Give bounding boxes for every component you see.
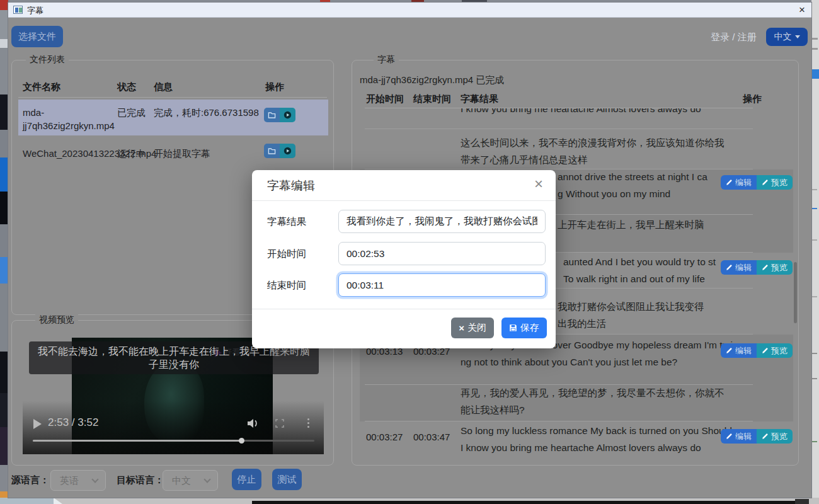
video-progress-knob[interactable] [239, 438, 244, 444]
app-icon [13, 6, 23, 14]
preview-button[interactable]: 预览 [757, 175, 793, 190]
target-language-select[interactable]: 中文 [163, 470, 218, 491]
preview-button[interactable]: 预览 [757, 260, 793, 275]
file-status: 已完成 [117, 106, 146, 119]
pencil-icon [762, 433, 769, 440]
file-status: 运行中 [117, 147, 146, 160]
divider [252, 200, 556, 201]
play-icon[interactable] [33, 419, 42, 429]
row-actions: 编辑 预览 [721, 260, 793, 275]
col-info: 信息 [154, 81, 173, 93]
subtitle-row: 再见，我的爱人再见，我绝望的梦，我尽量不去想你，你就不能让我这样吗? [360, 385, 793, 421]
video-progress-bar[interactable] [33, 440, 314, 442]
video-preview-legend: 视频预览 [35, 314, 78, 326]
divider [18, 97, 327, 98]
chevron-down-icon [203, 476, 210, 483]
save-icon [509, 324, 517, 332]
start-time-label: 开始时间 [267, 248, 306, 261]
file-name: mda-jj7qh36zig2rgkyn.mp4 [23, 106, 116, 132]
file-row[interactable]: mda-jj7qh36zig2rgkyn.mp4 已完成 完成，耗时:676.6… [18, 100, 328, 135]
caret-down-icon [795, 35, 800, 38]
row-actions: 编辑 预览 [721, 343, 793, 358]
subtitle-result-label: 字幕结果 [267, 215, 306, 229]
folder-icon [268, 147, 276, 154]
start-time-field: 开始时间 [252, 242, 556, 265]
edit-button[interactable]: 编辑 [721, 260, 757, 275]
pencil-icon [726, 347, 733, 354]
source-language-label: 源语言： [11, 474, 49, 486]
open-folder-button[interactable] [264, 108, 280, 122]
target-language-value: 中文 [172, 475, 191, 486]
col-result: 字幕结果 [461, 93, 498, 105]
divider [252, 309, 556, 309]
edit-button[interactable]: 编辑 [721, 175, 757, 190]
folder-icon [268, 112, 276, 118]
video-progress-fill [33, 440, 241, 442]
subtitle-result-field: 字幕结果 [252, 210, 556, 233]
video-player[interactable]: 好看视频 我不能去海边，我不能在晚上开车走在街上，我早上醒来时脑子里没有你 2:… [23, 338, 324, 454]
subtitles-legend: 字幕 [374, 54, 399, 66]
x-icon: × [459, 323, 464, 333]
pencil-icon [762, 347, 769, 354]
file-info: 完成，耗时:676.6731598 [154, 106, 260, 119]
col-actions: 操作 [743, 93, 762, 105]
row-actions: 编辑 预览 [721, 175, 793, 190]
subtitle-row: 这么长时间以来，我不幸的浪漫我背对你，我应该知道你给我带来了心痛几乎情侣总是这样 [360, 139, 793, 169]
edit-button[interactable]: 编辑 [721, 343, 757, 358]
language-label: 中文 [774, 32, 792, 42]
file-name: WeChat_20230413223322.mp4 [23, 147, 116, 160]
subtitles-file-status: mda-jj7qh36zig2rgkyn.mp4 已完成 [360, 74, 504, 86]
col-status: 状态 [117, 81, 136, 93]
desktop-icon-strip-left [0, 0, 8, 504]
language-dropdown-button[interactable]: 中文 [766, 28, 808, 46]
modal-close-button[interactable]: ×关闭 [451, 318, 494, 338]
test-button[interactable]: 测试 [272, 469, 302, 490]
desktop-edge-right [811, 0, 819, 504]
edit-button[interactable]: 编辑 [721, 429, 757, 444]
col-end-time: 结束时间 [413, 93, 451, 105]
col-start-time: 开始时间 [366, 93, 404, 105]
col-file-name: 文件名称 [23, 81, 60, 93]
subtitle-edit-modal: 字幕编辑 × 字幕结果 开始时间 结束时间 ×关闭 [252, 170, 556, 348]
video-time: 2:53 / 3:52 [48, 416, 98, 429]
play-circle-icon [284, 111, 292, 119]
pencil-icon [726, 433, 733, 440]
volume-icon[interactable] [246, 418, 259, 429]
desktop-edge-bottom [0, 498, 819, 504]
target-language-label: 目标语言： [117, 474, 164, 486]
subtitle-row: 00:03:27 00:03:47 So long my luckless ro… [360, 421, 793, 461]
open-folder-button[interactable] [264, 144, 280, 158]
pencil-icon [762, 179, 769, 186]
fullscreen-icon[interactable] [275, 419, 284, 428]
pencil-icon [762, 264, 769, 271]
title-bar: 字幕 × [8, 3, 811, 18]
file-info: 开始提取字幕 [154, 147, 260, 160]
kebab-menu-icon[interactable] [307, 418, 309, 420]
choose-file-button[interactable]: 选择文件 [11, 26, 63, 47]
screen: 字幕 × 选择文件 登录 / 注册 中文 文件列表 文件名称 状态 信息 操作 … [0, 0, 819, 504]
file-list-legend: 文件列表 [26, 54, 69, 66]
col-actions: 操作 [265, 81, 284, 93]
end-time-label: 结束时间 [267, 279, 306, 292]
preview-button[interactable]: 预览 [757, 429, 793, 444]
modal-save-button[interactable]: 保存 [501, 318, 547, 338]
row-actions: 编辑 预览 [721, 429, 793, 444]
subtitle-result-input[interactable] [338, 210, 546, 233]
pencil-icon [726, 264, 733, 271]
play-circle-icon [284, 147, 292, 155]
start-time-input[interactable] [338, 242, 546, 265]
modal-close-icon[interactable]: × [534, 175, 543, 193]
end-time-input[interactable] [338, 273, 546, 297]
preview-button[interactable]: 预览 [757, 343, 793, 358]
play-file-button[interactable] [280, 108, 295, 122]
source-language-value: 英语 [60, 475, 79, 486]
stop-button[interactable]: 停止 [232, 469, 261, 490]
play-file-button[interactable] [280, 144, 295, 158]
chevron-down-icon [91, 476, 98, 483]
subtitle-row: I know you bring me heartache Almost lov… [360, 108, 793, 129]
scrollbar-thumb[interactable] [794, 262, 797, 323]
login-register-link[interactable]: 登录 / 注册 [711, 32, 757, 43]
source-language-select[interactable]: 英语 [50, 470, 106, 491]
end-time-field: 结束时间 [252, 273, 556, 297]
window-close-icon[interactable]: × [799, 3, 805, 18]
